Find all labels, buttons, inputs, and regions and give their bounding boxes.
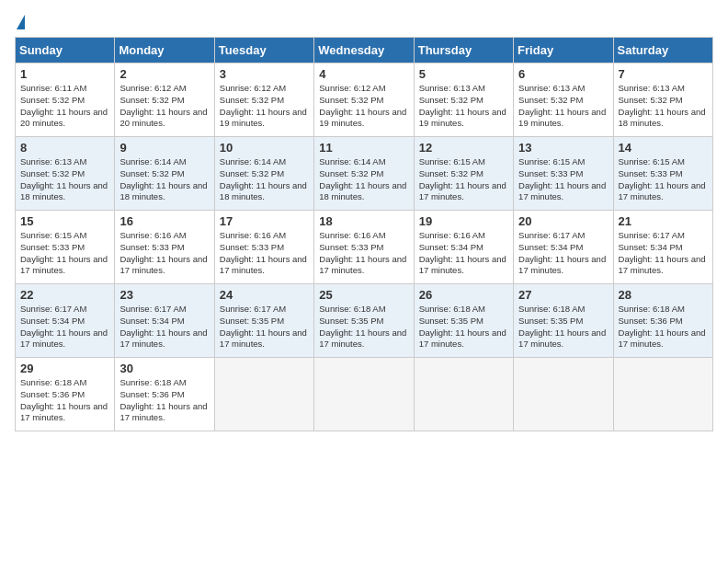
day-number: 30	[119, 362, 209, 375]
day-info: Sunrise: 6:17 AM Sunset: 5:35 PM Dayligh…	[220, 304, 309, 350]
day-number: 23	[119, 288, 209, 302]
day-info: Sunrise: 6:11 AM Sunset: 5:32 PM Dayligh…	[20, 83, 109, 130]
calendar-cell: 7 Sunrise: 6:13 AM Sunset: 5:32 PM Dayli…	[613, 63, 712, 137]
calendar-cell	[514, 358, 613, 431]
day-number: 28	[619, 288, 708, 302]
day-number: 17	[220, 214, 309, 228]
day-info: Sunrise: 6:16 AM Sunset: 5:34 PM Dayligh…	[419, 230, 508, 277]
calendar-cell: 6 Sunrise: 6:13 AM Sunset: 5:32 PM Dayli…	[514, 63, 613, 137]
calendar-cell: 29 Sunrise: 6:18 AM Sunset: 5:36 PM Dayl…	[16, 358, 115, 431]
day-info: Sunrise: 6:18 AM Sunset: 5:35 PM Dayligh…	[319, 304, 408, 350]
day-number: 2	[119, 67, 209, 81]
day-number: 29	[20, 362, 109, 375]
calendar-week-row-1: 1 Sunrise: 6:11 AM Sunset: 5:32 PM Dayli…	[16, 63, 713, 137]
logo-triangle-icon	[17, 15, 25, 29]
calendar-week-row-4: 22 Sunrise: 6:17 AM Sunset: 5:34 PM Dayl…	[16, 284, 713, 358]
logo	[15, 15, 25, 29]
day-info: Sunrise: 6:14 AM Sunset: 5:32 PM Dayligh…	[119, 156, 209, 203]
day-number: 25	[319, 288, 408, 302]
day-info: Sunrise: 6:12 AM Sunset: 5:32 PM Dayligh…	[119, 83, 209, 130]
calendar-header-wednesday: Wednesday	[314, 38, 414, 63]
calendar-cell: 17 Sunrise: 6:16 AM Sunset: 5:33 PM Dayl…	[214, 211, 313, 284]
calendar-cell: 20 Sunrise: 6:17 AM Sunset: 5:34 PM Dayl…	[514, 211, 613, 284]
calendar-cell: 23 Sunrise: 6:17 AM Sunset: 5:34 PM Dayl…	[115, 284, 214, 358]
day-number: 15	[20, 214, 109, 228]
day-number: 7	[619, 67, 708, 81]
calendar-cell: 24 Sunrise: 6:17 AM Sunset: 5:35 PM Dayl…	[214, 284, 313, 358]
calendar-cell: 12 Sunrise: 6:15 AM Sunset: 5:32 PM Dayl…	[414, 137, 513, 211]
calendar-cell	[214, 358, 313, 431]
day-info: Sunrise: 6:17 AM Sunset: 5:34 PM Dayligh…	[518, 230, 608, 277]
calendar-cell	[314, 358, 414, 431]
calendar-header-saturday: Saturday	[613, 38, 712, 63]
calendar-week-row-3: 15 Sunrise: 6:15 AM Sunset: 5:33 PM Dayl…	[16, 211, 713, 284]
day-number: 11	[319, 141, 408, 155]
day-number: 8	[20, 141, 109, 155]
calendar-cell: 21 Sunrise: 6:17 AM Sunset: 5:34 PM Dayl…	[613, 211, 712, 284]
day-number: 22	[20, 288, 109, 302]
calendar-cell: 14 Sunrise: 6:15 AM Sunset: 5:33 PM Dayl…	[613, 137, 712, 211]
calendar-cell: 26 Sunrise: 6:18 AM Sunset: 5:35 PM Dayl…	[414, 284, 513, 358]
day-info: Sunrise: 6:13 AM Sunset: 5:32 PM Dayligh…	[419, 83, 508, 130]
calendar-header-sunday: Sunday	[16, 38, 115, 63]
calendar-header-thursday: Thursday	[414, 38, 513, 63]
calendar-cell: 19 Sunrise: 6:16 AM Sunset: 5:34 PM Dayl…	[414, 211, 513, 284]
day-info: Sunrise: 6:13 AM Sunset: 5:32 PM Dayligh…	[619, 83, 708, 130]
day-number: 12	[419, 141, 508, 155]
day-info: Sunrise: 6:18 AM Sunset: 5:35 PM Dayligh…	[419, 304, 508, 350]
day-number: 3	[220, 67, 309, 81]
day-info: Sunrise: 6:15 AM Sunset: 5:32 PM Dayligh…	[419, 156, 508, 203]
day-number: 10	[220, 141, 309, 155]
day-number: 27	[518, 288, 608, 302]
header	[15, 15, 713, 29]
day-info: Sunrise: 6:17 AM Sunset: 5:34 PM Dayligh…	[20, 304, 109, 350]
day-number: 14	[619, 141, 708, 155]
calendar-cell: 30 Sunrise: 6:18 AM Sunset: 5:36 PM Dayl…	[115, 358, 214, 431]
day-info: Sunrise: 6:17 AM Sunset: 5:34 PM Dayligh…	[119, 304, 209, 350]
calendar-cell	[414, 358, 513, 431]
calendar-cell: 10 Sunrise: 6:14 AM Sunset: 5:32 PM Dayl…	[214, 137, 313, 211]
calendar-cell: 4 Sunrise: 6:12 AM Sunset: 5:32 PM Dayli…	[314, 63, 414, 137]
calendar-cell: 28 Sunrise: 6:18 AM Sunset: 5:36 PM Dayl…	[613, 284, 712, 358]
calendar-cell: 27 Sunrise: 6:18 AM Sunset: 5:35 PM Dayl…	[514, 284, 613, 358]
day-number: 20	[518, 214, 608, 228]
calendar-header-row: SundayMondayTuesdayWednesdayThursdayFrid…	[16, 38, 713, 63]
calendar-cell: 16 Sunrise: 6:16 AM Sunset: 5:33 PM Dayl…	[115, 211, 214, 284]
day-info: Sunrise: 6:15 AM Sunset: 5:33 PM Dayligh…	[518, 156, 608, 203]
day-info: Sunrise: 6:13 AM Sunset: 5:32 PM Dayligh…	[518, 83, 608, 130]
calendar-cell: 18 Sunrise: 6:16 AM Sunset: 5:33 PM Dayl…	[314, 211, 414, 284]
day-number: 21	[619, 214, 708, 228]
calendar-cell: 13 Sunrise: 6:15 AM Sunset: 5:33 PM Dayl…	[514, 137, 613, 211]
day-number: 24	[220, 288, 309, 302]
day-info: Sunrise: 6:16 AM Sunset: 5:33 PM Dayligh…	[119, 230, 209, 277]
day-info: Sunrise: 6:13 AM Sunset: 5:32 PM Dayligh…	[20, 156, 109, 203]
day-info: Sunrise: 6:15 AM Sunset: 5:33 PM Dayligh…	[20, 230, 109, 277]
calendar-cell: 2 Sunrise: 6:12 AM Sunset: 5:32 PM Dayli…	[115, 63, 214, 137]
calendar-cell: 25 Sunrise: 6:18 AM Sunset: 5:35 PM Dayl…	[314, 284, 414, 358]
day-number: 16	[119, 214, 209, 228]
calendar-cell: 11 Sunrise: 6:14 AM Sunset: 5:32 PM Dayl…	[314, 137, 414, 211]
day-number: 5	[419, 67, 508, 81]
day-info: Sunrise: 6:12 AM Sunset: 5:32 PM Dayligh…	[319, 83, 408, 130]
calendar-header-monday: Monday	[115, 38, 214, 63]
calendar-cell: 1 Sunrise: 6:11 AM Sunset: 5:32 PM Dayli…	[16, 63, 115, 137]
day-info: Sunrise: 6:18 AM Sunset: 5:36 PM Dayligh…	[619, 304, 708, 350]
day-info: Sunrise: 6:16 AM Sunset: 5:33 PM Dayligh…	[220, 230, 309, 277]
calendar-week-row-5: 29 Sunrise: 6:18 AM Sunset: 5:36 PM Dayl…	[16, 358, 713, 431]
day-number: 26	[419, 288, 508, 302]
day-number: 18	[319, 214, 408, 228]
calendar-cell: 9 Sunrise: 6:14 AM Sunset: 5:32 PM Dayli…	[115, 137, 214, 211]
day-number: 13	[518, 141, 608, 155]
day-info: Sunrise: 6:18 AM Sunset: 5:36 PM Dayligh…	[119, 377, 209, 424]
calendar-cell: 15 Sunrise: 6:15 AM Sunset: 5:33 PM Dayl…	[16, 211, 115, 284]
day-info: Sunrise: 6:18 AM Sunset: 5:36 PM Dayligh…	[20, 377, 109, 424]
calendar-cell: 3 Sunrise: 6:12 AM Sunset: 5:32 PM Dayli…	[214, 63, 313, 137]
day-number: 1	[20, 67, 109, 81]
day-info: Sunrise: 6:14 AM Sunset: 5:32 PM Dayligh…	[220, 156, 309, 203]
day-number: 4	[319, 67, 408, 81]
day-number: 19	[419, 214, 508, 228]
day-info: Sunrise: 6:12 AM Sunset: 5:32 PM Dayligh…	[220, 83, 309, 130]
calendar-header-tuesday: Tuesday	[214, 38, 313, 63]
day-number: 9	[119, 141, 209, 155]
calendar-cell	[613, 358, 712, 431]
